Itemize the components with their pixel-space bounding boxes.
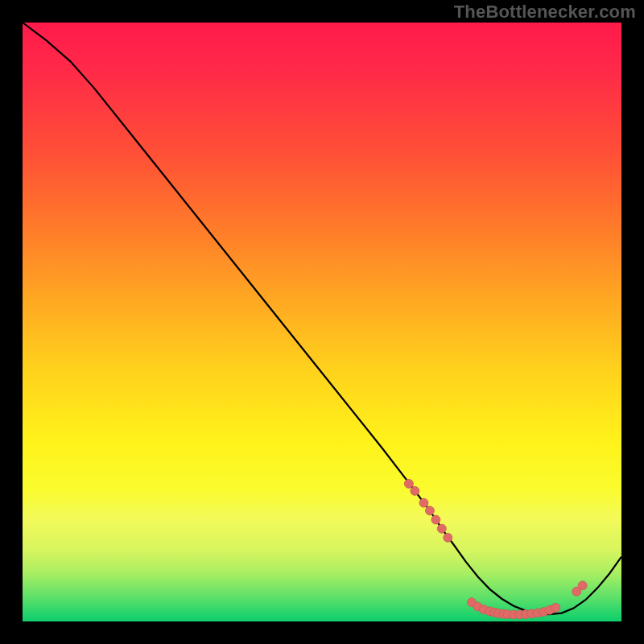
scatter-point — [404, 479, 413, 488]
chart-svg — [23, 23, 621, 621]
curve-line — [23, 23, 621, 614]
scatter-point — [411, 486, 419, 495]
scatter-markers — [404, 479, 587, 619]
scatter-point — [425, 506, 434, 515]
scatter-point — [444, 533, 452, 542]
chart-frame: TheBottlenecker.com — [0, 0, 644, 644]
scatter-point — [419, 498, 428, 507]
scatter-point — [551, 603, 560, 612]
watermark-text: TheBottlenecker.com — [454, 2, 636, 23]
scatter-point — [431, 515, 440, 524]
scatter-point — [578, 581, 587, 590]
plot-area — [23, 23, 621, 621]
scatter-point — [437, 524, 446, 533]
